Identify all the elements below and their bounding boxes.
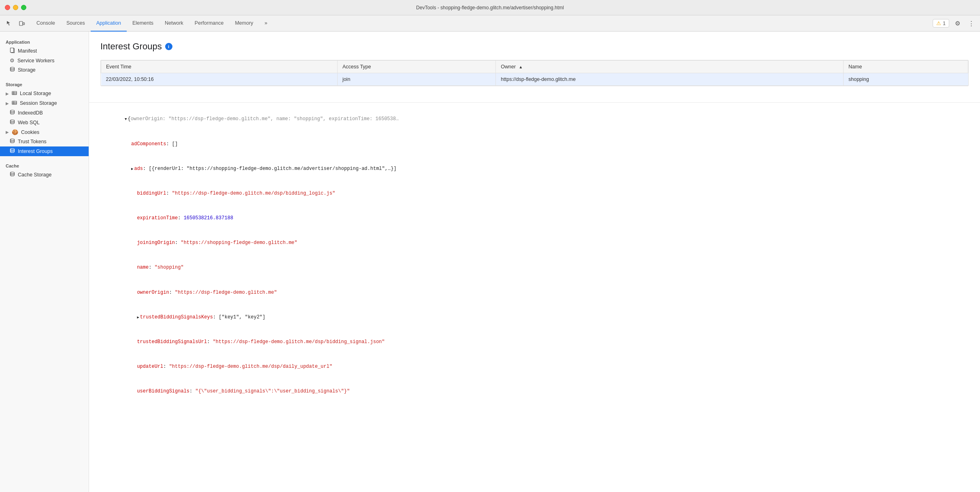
inspect-icon[interactable] [3, 18, 15, 29]
minimize-button[interactable] [13, 5, 18, 10]
tab-network[interactable]: Network [159, 15, 189, 32]
col-name[interactable]: Name [844, 61, 968, 73]
json-trusted-url: trustedBiddingSignalsUrl: "https://dsp-f… [96, 330, 974, 354]
tab-elements[interactable]: Elements [127, 15, 159, 32]
json-trusted-keys[interactable]: trustedBiddingSignalsKeys: ["key1", "key… [96, 305, 974, 329]
sidebar-item-interest-groups[interactable]: Interest Groups [0, 146, 89, 156]
more-options-icon[interactable]: ⋮ [965, 18, 977, 29]
info-icon[interactable]: i [165, 43, 172, 50]
sidebar-item-cache-storage[interactable]: Cache Storage [0, 170, 89, 180]
expand-ads[interactable] [131, 166, 133, 172]
svg-rect-2 [11, 48, 14, 53]
svg-point-14 [11, 139, 15, 140]
interest-groups-table-wrapper: Event Time Access Type Owner ▲ [100, 60, 969, 86]
json-user-bidding: userBiddingSignals: "{\"user_bidding_sig… [96, 379, 974, 404]
tab-console[interactable]: Console [31, 15, 61, 32]
page-header: Interest Groups i [100, 41, 969, 52]
json-expiration: expirationTime: 1650538216.837188 [96, 206, 974, 231]
warning-icon: ⚠ [936, 20, 941, 26]
json-ads-line[interactable]: ads: [{renderUrl: "https://shopping-fled… [96, 156, 974, 181]
service-workers-icon: ⚙ [10, 57, 15, 64]
storage-icon [10, 67, 15, 73]
interest-groups-table: Event Time Access Type Owner ▲ [101, 60, 968, 86]
sidebar-section-cache: Cache [0, 159, 89, 170]
maximize-button[interactable] [21, 5, 26, 10]
manifest-icon [10, 48, 15, 54]
col-event-time[interactable]: Event Time [101, 61, 338, 73]
svg-rect-1 [23, 23, 25, 25]
window-title: DevTools - shopping-fledge-demo.glitch.m… [416, 5, 564, 11]
tab-performance[interactable]: Performance [189, 15, 230, 32]
session-storage-icon [12, 100, 17, 106]
svg-point-15 [11, 148, 15, 150]
sort-icon: ▲ [519, 65, 523, 69]
json-ad-components: adComponents: [] [96, 131, 974, 156]
tab-application[interactable]: Application [91, 15, 127, 32]
col-owner[interactable]: Owner ▲ [496, 61, 844, 73]
sidebar-item-session-storage[interactable]: ▶ Session Storage [0, 98, 89, 108]
table-row[interactable]: 22/03/2022, 10:50:16 join https://dsp-fl… [101, 73, 968, 86]
svg-point-13 [11, 120, 15, 121]
cell-event-time: 22/03/2022, 10:50:16 [101, 73, 338, 86]
sidebar-item-manifest[interactable]: Manifest [0, 46, 89, 56]
settings-icon[interactable]: ⚙ [952, 18, 963, 29]
cell-name: shopping [844, 73, 968, 86]
web-sql-icon [10, 119, 15, 126]
cookies-icon: 🍪 [12, 129, 18, 135]
arrow-icon-cookies: ▶ [6, 130, 9, 134]
svg-rect-4 [12, 91, 17, 95]
sidebar-item-cookies[interactable]: ▶ 🍪 Cookies [0, 127, 89, 137]
sidebar: Application Manifest ⚙ Service Workers [0, 32, 89, 492]
main-layout: Application Manifest ⚙ Service Workers [0, 32, 980, 492]
svg-rect-0 [19, 21, 23, 25]
svg-rect-8 [12, 101, 17, 104]
cache-storage-icon [10, 172, 15, 178]
svg-point-3 [11, 67, 15, 69]
warning-badge[interactable]: ⚠ 1 [933, 19, 949, 28]
arrow-icon-session: ▶ [6, 101, 9, 106]
toolbar: Console Sources Application Elements Net… [0, 15, 980, 32]
page-title: Interest Groups [100, 41, 162, 52]
sidebar-section-storage: Storage [0, 78, 89, 89]
tab-memory[interactable]: Memory [229, 15, 259, 32]
json-root-line[interactable]: {ownerOrigin: "https://dsp-fledge-demo.g… [96, 107, 974, 131]
tab-sources[interactable]: Sources [61, 15, 91, 32]
content-inner: Interest Groups i Event Time Access Type [89, 32, 980, 102]
sidebar-item-service-workers[interactable]: ⚙ Service Workers [0, 56, 89, 65]
trust-tokens-icon [10, 138, 15, 145]
expand-root[interactable] [125, 117, 127, 123]
arrow-icon: ▶ [6, 91, 9, 96]
indexeddb-icon [10, 110, 15, 116]
svg-point-16 [11, 172, 15, 174]
toolbar-right: ⚠ 1 ⚙ ⋮ [933, 18, 977, 29]
sidebar-item-indexeddb[interactable]: IndexedDB [0, 108, 89, 118]
json-joining-origin: joiningOrigin: "https://shopping-fledge-… [96, 231, 974, 255]
cell-access-type: join [337, 73, 495, 86]
titlebar: DevTools - shopping-fledge-demo.glitch.m… [0, 0, 980, 15]
json-bidding-url: biddingUrl: "https://dsp-fledge-demo.gli… [96, 181, 974, 206]
cell-owner: https://dsp-fledge-demo.glitch.me [496, 73, 844, 86]
traffic-lights [5, 5, 26, 10]
json-tree: {ownerOrigin: "https://dsp-fledge-demo.g… [89, 102, 980, 408]
close-button[interactable] [5, 5, 10, 10]
col-access-type[interactable]: Access Type [337, 61, 495, 73]
sidebar-item-local-storage[interactable]: ▶ Local Storage [0, 89, 89, 98]
json-owner-origin: ownerOrigin: "https://dsp-fledge-demo.gl… [96, 280, 974, 305]
sidebar-item-web-sql[interactable]: Web SQL [0, 118, 89, 127]
device-toolbar-icon[interactable] [16, 18, 28, 29]
toolbar-icon-group [3, 18, 28, 29]
sidebar-section-application: Application [0, 36, 89, 46]
local-storage-icon [12, 90, 17, 97]
interest-groups-icon [10, 148, 15, 155]
expand-trusted-keys[interactable] [137, 315, 139, 321]
content-area: Interest Groups i Event Time Access Type [89, 32, 980, 492]
sidebar-item-storage-app[interactable]: Storage [0, 65, 89, 75]
table-header-row: Event Time Access Type Owner ▲ [101, 61, 968, 73]
sidebar-item-trust-tokens[interactable]: Trust Tokens [0, 137, 89, 146]
json-name: name: "shopping" [96, 255, 974, 280]
svg-point-12 [11, 110, 15, 112]
json-update-url: updateUrl: "https://dsp-fledge-demo.glit… [96, 354, 974, 379]
tab-more[interactable]: » [259, 15, 273, 32]
